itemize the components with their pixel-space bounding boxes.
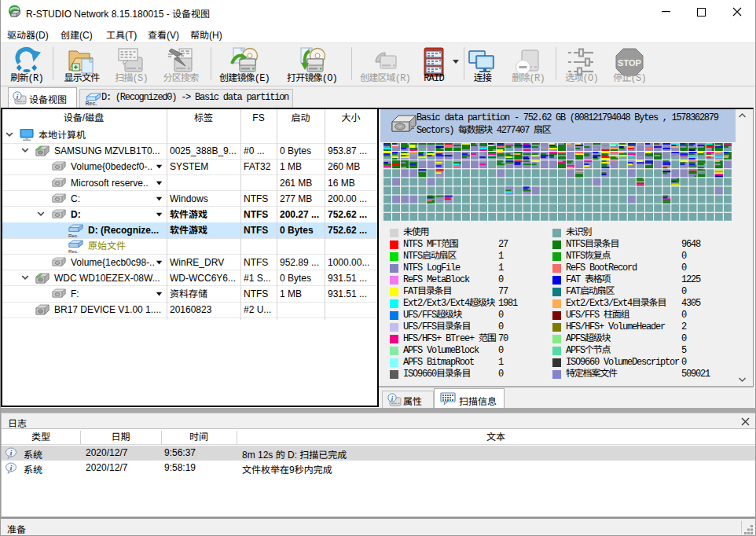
svg-text:STOP: STOP <box>618 58 641 68</box>
svg-text:Rec.: Rec. <box>86 101 97 106</box>
